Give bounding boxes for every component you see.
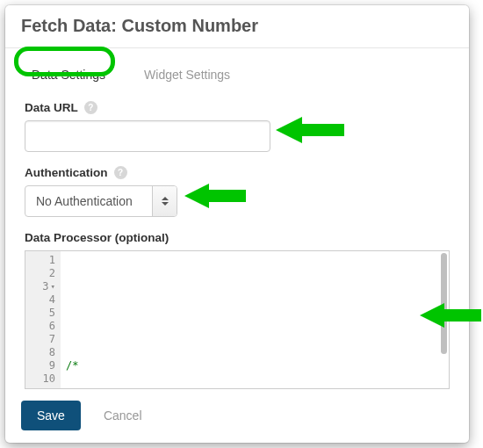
data-url-label: Data URL ? bbox=[25, 101, 450, 114]
processor-label: Data Processor (optional) bbox=[25, 231, 450, 244]
code-line bbox=[66, 320, 436, 333]
cancel-button[interactable]: Cancel bbox=[104, 408, 142, 423]
page-title: Fetch Data: Custom Number bbox=[21, 16, 453, 36]
chevron-updown-icon bbox=[152, 186, 177, 216]
modal-footer: Save Cancel bbox=[5, 390, 469, 443]
code-line: /* bbox=[66, 359, 436, 372]
tab-bar: Data Settings Widget Settings bbox=[5, 48, 469, 94]
modal-header: Fetch Data: Custom Number bbox=[5, 5, 469, 40]
tab-data-settings[interactable]: Data Settings bbox=[25, 64, 112, 85]
code-line bbox=[66, 280, 436, 293]
help-icon[interactable]: ? bbox=[114, 166, 127, 179]
scrollbar[interactable] bbox=[441, 253, 447, 354]
auth-select[interactable]: No Authentication bbox=[25, 185, 177, 217]
editor-gutter: 1 2 3▾ 4 5 6 7 8 9 10 bbox=[25, 251, 61, 388]
data-url-input[interactable] bbox=[25, 120, 270, 152]
auth-select-value: No Authentication bbox=[25, 186, 152, 216]
tab-widget-settings[interactable]: Widget Settings bbox=[137, 64, 237, 85]
data-url-label-text: Data URL bbox=[25, 101, 78, 114]
content: Data URL ? Authentication ? No Authentic… bbox=[5, 94, 469, 390]
processor-label-text: Data Processor (optional) bbox=[25, 231, 169, 244]
modal: Fetch Data: Custom Number Data Settings … bbox=[5, 5, 469, 443]
editor-code[interactable]: /* The response from the Data URL has be… bbox=[61, 251, 440, 388]
auth-label-text: Authentication bbox=[25, 166, 108, 179]
save-button[interactable]: Save bbox=[21, 401, 81, 430]
auth-label: Authentication ? bbox=[25, 166, 450, 179]
help-icon[interactable]: ? bbox=[84, 101, 97, 114]
code-editor[interactable]: 1 2 3▾ 4 5 6 7 8 9 10 /* The response fr… bbox=[25, 250, 450, 389]
